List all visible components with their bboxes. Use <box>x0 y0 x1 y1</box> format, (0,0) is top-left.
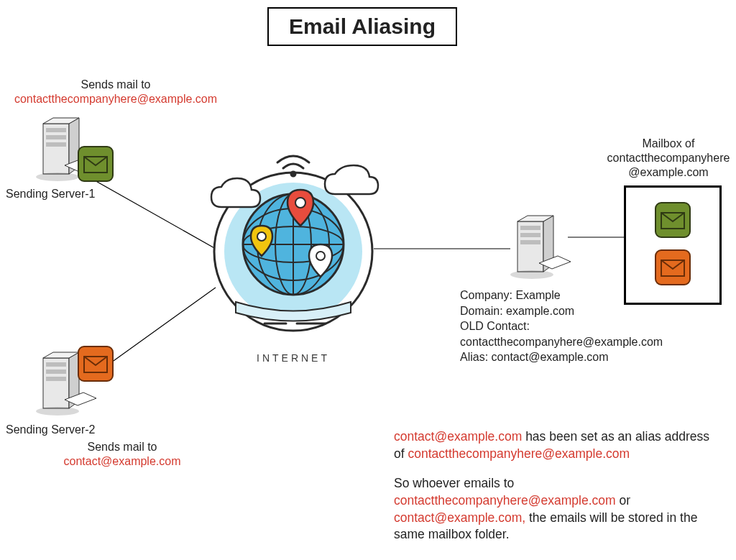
company-value: Example <box>515 289 560 301</box>
domain-value: example.com <box>506 305 574 317</box>
page-title-box: Email Aliasing <box>267 7 457 46</box>
svg-point-37 <box>257 232 266 241</box>
sender2-caption: Sends mail to contact@example.com <box>43 440 201 469</box>
envelope-orange-icon <box>75 344 116 384</box>
old-contact-value: contactthecompanyhere@example.com <box>460 334 683 350</box>
receiving-server-icon <box>503 213 575 292</box>
svg-rect-17 <box>46 362 66 367</box>
internet-globe-icon <box>193 137 394 345</box>
svg-rect-43 <box>520 233 540 237</box>
mailbox-frame <box>624 185 722 305</box>
sender2-sends-prefix: Sends mail to <box>88 441 157 453</box>
alias-line: Alias: contact@example.com <box>460 349 683 365</box>
internet-label: INTERNET <box>229 352 358 364</box>
alias-label: Alias: <box>460 351 492 363</box>
svg-rect-18 <box>46 369 66 374</box>
alias-value: contact@example.com <box>492 351 609 363</box>
svg-rect-8 <box>46 135 66 139</box>
sender1-caption: Sends mail to contactthecompanyhere@exam… <box>4 78 227 106</box>
old-contact-label: OLD Contact: <box>460 318 683 334</box>
svg-point-10 <box>36 173 79 181</box>
page-title: Email Aliasing <box>289 14 436 38</box>
domain-line: Domain: example.com <box>460 303 683 319</box>
svg-rect-19 <box>46 377 66 381</box>
explain-main-email-1: contactthecompanyhere@example.com <box>408 446 630 461</box>
company-label: Company: <box>460 289 515 301</box>
explain-alias-email-2: contact@example.com <box>394 510 522 525</box>
mailbox-envelope-orange-icon <box>653 248 692 287</box>
svg-rect-7 <box>46 128 66 132</box>
svg-point-45 <box>510 270 553 279</box>
mailbox-header-prefix: Mailbox of <box>643 137 695 150</box>
svg-rect-9 <box>46 142 66 147</box>
svg-point-35 <box>291 172 295 176</box>
explanation-line1: contact@example.com has been set as an a… <box>394 428 717 462</box>
spacer <box>394 462 717 475</box>
explain-line2-prefix: So whoever emails to <box>394 476 514 490</box>
svg-point-38 <box>316 252 325 260</box>
mailbox-envelope-green-icon <box>653 201 692 239</box>
mailbox-header: Mailbox of contactthecompanyhere@example… <box>604 137 733 180</box>
svg-point-20 <box>36 407 79 416</box>
envelope-green-icon <box>75 144 116 184</box>
svg-rect-44 <box>520 240 540 244</box>
domain-label: Domain: <box>460 305 506 317</box>
sender2-label: Sending Server-2 <box>6 423 121 437</box>
svg-point-36 <box>295 198 305 208</box>
explanation-block: contact@example.com has been set as an a… <box>394 428 717 543</box>
explain-main-email-2: contactthecompanyhere@example.com <box>394 493 616 508</box>
sender1-sends-prefix: Sends mail to <box>81 78 151 91</box>
explanation-line2: So whoever emails to contactthecompanyhe… <box>394 475 717 543</box>
explain-alias-email: contact@example.com <box>394 429 522 444</box>
sender2-sends-email: contact@example.com <box>64 455 181 467</box>
mailbox-header-email: contactthecompanyhere@example.com <box>607 152 730 178</box>
svg-rect-42 <box>520 226 540 230</box>
sender1-label: Sending Server-1 <box>6 187 121 201</box>
explain-or: or <box>616 493 630 508</box>
sender1-sends-email: contactthecompanyhere@example.com <box>14 93 217 105</box>
